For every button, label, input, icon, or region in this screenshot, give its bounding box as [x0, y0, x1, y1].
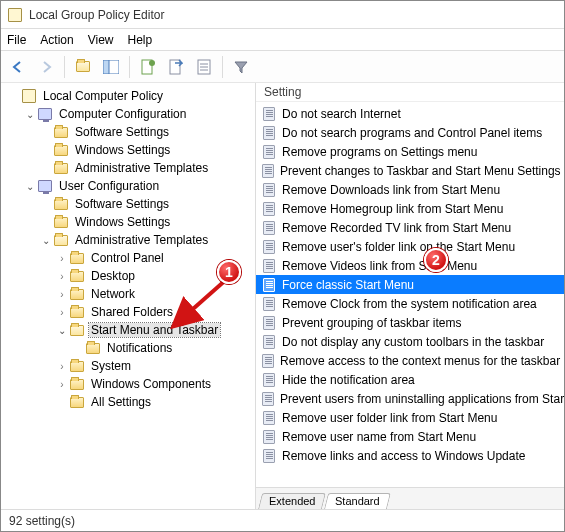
setting-row[interactable]: Remove links and access to Windows Updat…	[256, 446, 564, 465]
list-pane: Setting Do not search InternetDo not sea…	[256, 83, 564, 509]
setting-label: Remove links and access to Windows Updat…	[282, 449, 525, 463]
setting-row[interactable]: Prevent users from uninstalling applicat…	[256, 389, 564, 408]
setting-row[interactable]: Remove user folder link from Start Menu	[256, 408, 564, 427]
tree-item-label: Windows Settings	[73, 143, 172, 157]
svg-rect-1	[103, 60, 109, 74]
expand-icon[interactable]	[55, 289, 69, 300]
tree-item-label: Windows Components	[89, 377, 213, 391]
folder-icon	[69, 376, 85, 392]
setting-row[interactable]: Remove access to the context menus for t…	[256, 351, 564, 370]
setting-row[interactable]: Do not search programs and Control Panel…	[256, 123, 564, 142]
tree-at2-1[interactable]: Windows Components	[3, 375, 253, 393]
expand-icon[interactable]	[55, 253, 69, 264]
tree-at2-2[interactable]: All Settings	[3, 393, 253, 411]
tree-cc-1[interactable]: Windows Settings	[3, 141, 253, 159]
setting-icon	[262, 354, 274, 368]
tree-user-configuration[interactable]: User Configuration	[3, 177, 253, 195]
setting-row[interactable]: Remove programs on Settings menu	[256, 142, 564, 161]
setting-icon	[262, 126, 276, 140]
expand-icon[interactable]	[55, 325, 69, 336]
expand-icon[interactable]	[23, 109, 37, 120]
settings-list[interactable]: Do not search InternetDo not search prog…	[256, 101, 564, 487]
tree-item-label: All Settings	[89, 395, 153, 409]
setting-label: Remove Clock from the system notificatio…	[282, 297, 537, 311]
menu-action[interactable]: Action	[40, 33, 73, 47]
tree-at2-0[interactable]: System	[3, 357, 253, 375]
new-button[interactable]	[135, 54, 161, 80]
tree-item-label: Network	[89, 287, 137, 301]
setting-icon	[262, 164, 274, 178]
tree-uc-1[interactable]: Windows Settings	[3, 213, 253, 231]
export-button[interactable]	[163, 54, 189, 80]
setting-row[interactable]: Remove Downloads link from Start Menu	[256, 180, 564, 199]
tree-item-label: User Configuration	[57, 179, 161, 193]
setting-row[interactable]: Force classic Start Menu	[256, 275, 564, 294]
tree-item-label: Shared Folders	[89, 305, 175, 319]
forward-button[interactable]	[33, 54, 59, 80]
properties-button[interactable]	[191, 54, 217, 80]
expand-icon[interactable]	[39, 235, 53, 246]
setting-row[interactable]: Do not display any custom toolbars in th…	[256, 332, 564, 351]
expand-icon[interactable]	[23, 181, 37, 192]
tree-administrative-templates[interactable]: Administrative Templates	[3, 231, 253, 249]
panels-button[interactable]	[98, 54, 124, 80]
expand-icon[interactable]	[55, 307, 69, 318]
menu-file[interactable]: File	[7, 33, 26, 47]
setting-icon	[262, 202, 276, 216]
window-title: Local Group Policy Editor	[29, 8, 164, 22]
tree-root[interactable]: Local Computer Policy	[3, 87, 253, 105]
setting-row[interactable]: Remove user's folder link on the Start M…	[256, 237, 564, 256]
tree-at-0[interactable]: Control Panel	[3, 249, 253, 267]
status-text: 92 setting(s)	[9, 514, 75, 528]
separator-icon	[64, 56, 65, 78]
setting-icon	[262, 183, 276, 197]
tree-notifications[interactable]: Notifications	[3, 339, 253, 357]
tree-item-label: Local Computer Policy	[41, 89, 165, 103]
title-bar: Local Group Policy Editor	[1, 1, 564, 29]
setting-row[interactable]: Prevent grouping of taskbar items	[256, 313, 564, 332]
menu-view[interactable]: View	[88, 33, 114, 47]
setting-row[interactable]: Remove Videos link from Start Menu	[256, 256, 564, 275]
expand-icon[interactable]	[55, 361, 69, 372]
filter-button[interactable]	[228, 54, 254, 80]
setting-row[interactable]: Prevent changes to Taskbar and Start Men…	[256, 161, 564, 180]
tree-cc-0[interactable]: Software Settings	[3, 123, 253, 141]
tree-item-label: Control Panel	[89, 251, 166, 265]
setting-icon	[262, 240, 276, 254]
tree-cc-2[interactable]: Administrative Templates	[3, 159, 253, 177]
column-header-setting[interactable]: Setting	[256, 83, 564, 101]
tree-item-label: Desktop	[89, 269, 137, 283]
tree-item-label: Notifications	[105, 341, 174, 355]
expand-icon[interactable]	[55, 379, 69, 390]
setting-row[interactable]: Remove Recorded TV link from Start Menu	[256, 218, 564, 237]
expand-icon[interactable]	[55, 271, 69, 282]
tree-uc-0[interactable]: Software Settings	[3, 195, 253, 213]
work-area: Local Computer PolicyComputer Configurat…	[1, 83, 564, 509]
setting-icon	[262, 107, 276, 121]
folder-icon	[53, 196, 69, 212]
policy-icon	[21, 88, 37, 104]
setting-row[interactable]: Hide the notification area	[256, 370, 564, 389]
setting-label: Do not search Internet	[282, 107, 401, 121]
back-button[interactable]	[5, 54, 31, 80]
folder-icon	[69, 394, 85, 410]
tree-computer-configuration[interactable]: Computer Configuration	[3, 105, 253, 123]
setting-icon	[262, 430, 276, 444]
toolbar	[1, 51, 564, 83]
setting-icon	[262, 449, 276, 463]
setting-row[interactable]: Remove user name from Start Menu	[256, 427, 564, 446]
status-bar: 92 setting(s)	[1, 509, 564, 531]
setting-row[interactable]: Do not search Internet	[256, 104, 564, 123]
up-button[interactable]	[70, 54, 96, 80]
setting-icon	[262, 316, 276, 330]
annotation-badge-2: 2	[424, 248, 448, 272]
folder-icon	[53, 124, 69, 140]
setting-row[interactable]: Remove Clock from the system notificatio…	[256, 294, 564, 313]
setting-row[interactable]: Remove Homegroup link from Start Menu	[256, 199, 564, 218]
tab-extended[interactable]: Extended	[258, 493, 326, 509]
setting-icon	[262, 259, 276, 273]
tree-item-label: Software Settings	[73, 125, 171, 139]
setting-label: Hide the notification area	[282, 373, 415, 387]
tab-standard[interactable]: Standard	[324, 493, 391, 509]
menu-help[interactable]: Help	[128, 33, 153, 47]
